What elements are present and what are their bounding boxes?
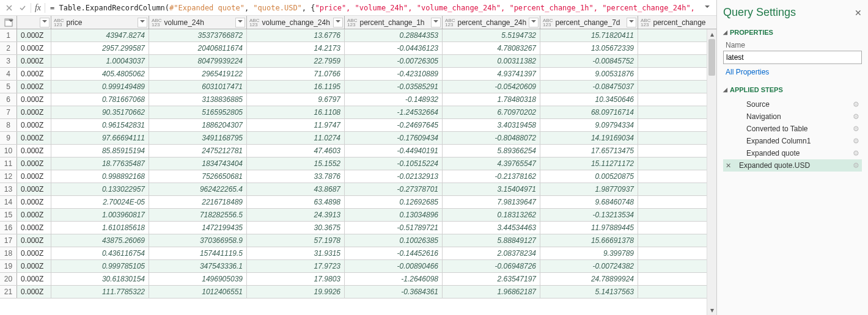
cell[interactable]: 5.5194732 (443, 29, 540, 42)
table-row[interactable]: 40.000Z405.4805062296541912271.0766-0.42… (0, 68, 716, 81)
cell[interactable] (638, 183, 691, 195)
cell[interactable]: 85.85915194 (51, 145, 149, 157)
cell[interactable]: 0.998892168 (51, 170, 149, 183)
cell[interactable]: 5.89366254 (443, 145, 540, 157)
cell[interactable]: 57.1978 (247, 234, 345, 247)
column-filter-button[interactable] (333, 18, 343, 27)
cell[interactable]: -0.51789721 (345, 222, 443, 234)
cell[interactable]: 15.1552 (247, 158, 345, 170)
cell[interactable]: 5.88849127 (443, 234, 540, 247)
cell[interactable]: 0.000Z (17, 286, 51, 298)
table-row[interactable]: 150.000Z1.003960817718282556.524.39130.1… (0, 209, 716, 222)
cell[interactable]: 6031017471 (149, 81, 247, 93)
cell[interactable]: 0.000Z (17, 145, 51, 157)
cell[interactable]: 6.70970202 (443, 106, 540, 118)
cell[interactable]: -0.42310889 (345, 68, 443, 80)
cell[interactable]: 1.98770937 (540, 183, 638, 195)
cell[interactable]: 0.000Z (17, 222, 51, 234)
cell[interactable] (638, 93, 691, 106)
cell[interactable]: 71.0766 (247, 68, 345, 80)
cell[interactable]: 0.000Z (17, 81, 51, 93)
cell[interactable] (638, 81, 691, 93)
cell[interactable]: 2.08378234 (443, 247, 540, 259)
column-filter-button[interactable] (627, 18, 636, 27)
cell[interactable]: 4.78083267 (443, 42, 540, 54)
cell[interactable]: -0.06948726 (443, 260, 540, 272)
cell[interactable]: 20406811674 (149, 42, 247, 54)
close-button[interactable]: ✕ (855, 8, 862, 18)
cell[interactable]: 17.9803 (247, 273, 345, 285)
table-row[interactable]: 120.000Z0.998892168752665068133.7876-0.0… (0, 170, 716, 183)
cell[interactable]: 0.000Z (17, 196, 51, 208)
cell[interactable] (638, 158, 691, 170)
query-name-input[interactable] (723, 51, 862, 64)
scroll-up-button[interactable]: ▴ (707, 29, 716, 39)
cell[interactable] (638, 106, 691, 118)
cell[interactable] (638, 145, 691, 157)
cell[interactable]: 1.00043037 (51, 55, 149, 67)
cell[interactable]: -0.00726305 (345, 55, 443, 67)
cell[interactable]: 33.7876 (247, 170, 345, 183)
cell[interactable]: 17.9723 (247, 260, 345, 272)
cell[interactable]: 1886204307 (149, 119, 247, 131)
cell[interactable]: 3.40319458 (443, 119, 540, 131)
column-header-percent-change-1h[interactable]: ABC123 percent_change_1h (345, 16, 443, 29)
cell[interactable]: 0.000Z (17, 247, 51, 259)
cell[interactable]: 90.35170662 (51, 106, 149, 118)
cell[interactable]: 17.65713475 (540, 145, 638, 157)
cell[interactable]: -1.2646098 (345, 273, 443, 285)
table-row[interactable]: 190.000Z0.999785105347543336.117.9723-0.… (0, 260, 716, 273)
cell[interactable]: -0.13213534 (540, 209, 638, 221)
applied-step[interactable]: ✕Converted to Table⚙ (723, 123, 862, 135)
table-row[interactable]: 100.000Z85.85915194247521278147.4603-0.4… (0, 145, 716, 158)
applied-step[interactable]: ✕Expanded quote⚙ (723, 147, 862, 159)
cell[interactable]: 0.961542831 (51, 119, 149, 131)
cell[interactable]: -0.21378162 (443, 170, 540, 183)
cell[interactable]: 2.70024E-05 (51, 196, 149, 208)
cell[interactable] (638, 29, 691, 42)
cell[interactable]: 14.19169034 (540, 132, 638, 144)
cell[interactable]: 347543336.1 (149, 260, 247, 272)
cell[interactable]: 0.000Z (17, 42, 51, 54)
all-properties-link[interactable]: All Properties (726, 68, 862, 76)
cell[interactable]: 63.4898 (247, 196, 345, 208)
delete-step-icon[interactable]: ✕ (726, 162, 734, 170)
gear-icon[interactable]: ⚙ (853, 125, 859, 133)
cell[interactable]: -0.24697645 (345, 119, 443, 131)
formula-expand-button[interactable] (701, 1, 714, 15)
gear-icon[interactable]: ⚙ (853, 149, 859, 158)
cell[interactable] (638, 273, 691, 285)
cell[interactable]: 0.436116754 (51, 247, 149, 259)
table-row[interactable]: 10.000Z43947.82743537376687213.67760.288… (0, 29, 716, 42)
cell[interactable]: 0.000Z (17, 106, 51, 118)
table-row[interactable]: 90.000Z97.66694111349116879511.0274-0.17… (0, 132, 716, 145)
gear-icon[interactable]: ⚙ (853, 161, 859, 170)
cell[interactable]: 9.09794334 (540, 119, 638, 131)
cell[interactable]: 0.781667068 (51, 93, 149, 106)
cell[interactable]: 405.4805062 (51, 68, 149, 80)
cell[interactable]: 10.3450646 (540, 93, 638, 106)
cell[interactable]: 0.000Z (17, 132, 51, 144)
cell[interactable]: 5165952805 (149, 106, 247, 118)
cell[interactable]: -0.80488072 (443, 132, 540, 144)
cell[interactable]: -0.04436123 (345, 42, 443, 54)
cell[interactable]: 4.39765547 (443, 158, 540, 170)
cell[interactable] (638, 196, 691, 208)
cell[interactable]: 14.2173 (247, 42, 345, 54)
cell[interactable]: 0.000Z (17, 29, 51, 42)
table-row[interactable]: 170.000Z43875.26069370366958.957.19780.1… (0, 234, 716, 247)
table-row[interactable]: 70.000Z90.35170662516595280516.1108-1.24… (0, 106, 716, 119)
cell[interactable]: 9.68460748 (540, 196, 638, 208)
gear-icon[interactable]: ⚙ (853, 112, 859, 121)
cell[interactable] (638, 247, 691, 259)
cell[interactable]: 9.00531876 (540, 68, 638, 80)
column-filter-button[interactable] (138, 18, 147, 27)
cell[interactable]: 11.0274 (247, 132, 345, 144)
cell[interactable]: 370366958.9 (149, 234, 247, 247)
cell[interactable]: 2.63547197 (443, 273, 540, 285)
cell[interactable]: -0.00724382 (540, 260, 638, 272)
cell[interactable]: 1.78480318 (443, 93, 540, 106)
formula-accept-button[interactable] (16, 1, 29, 15)
cell[interactable]: 3.15404971 (443, 183, 540, 195)
cell[interactable]: 2965419122 (149, 68, 247, 80)
